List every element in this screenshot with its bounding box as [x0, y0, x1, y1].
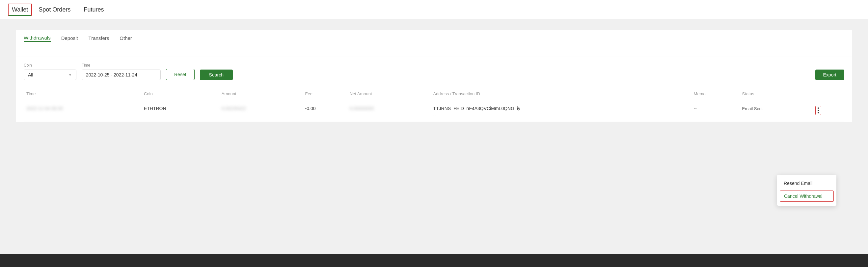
- bottom-bar: [0, 254, 868, 267]
- row-actions: [813, 101, 844, 122]
- dropdown-menu: Resend Email Cancel Withdrawal: [777, 175, 836, 206]
- content-wrapper: Withdrawals Deposit Transfers Other Coin…: [16, 30, 852, 122]
- export-button[interactable]: Export: [815, 69, 844, 80]
- sub-tab-transfers[interactable]: Transfers: [89, 35, 109, 41]
- col-actions: [813, 87, 844, 101]
- dot-icon-2: [817, 110, 819, 111]
- filter-row: Coin All ▼ Time Reset Search Export: [24, 63, 844, 80]
- dot-icon-1: [817, 108, 819, 109]
- filter-section: Coin All ▼ Time Reset Search Export: [16, 56, 852, 87]
- row-status: Email Sent: [740, 101, 813, 122]
- address-sub: --: [433, 112, 688, 117]
- address-main: TTJRNS_FEID_nF4A3QVCiMmL0QNG_iy: [433, 106, 688, 111]
- coin-select[interactable]: All ▼: [24, 69, 76, 80]
- col-coin: Coin: [141, 87, 219, 101]
- resend-email-option[interactable]: Resend Email: [777, 177, 836, 189]
- actions-menu-button[interactable]: [815, 106, 821, 115]
- dot-icon-3: [817, 112, 819, 113]
- sub-tab-withdrawals[interactable]: Withdrawals: [24, 35, 51, 42]
- row-time: 2022-11-04 08:39: [24, 101, 141, 122]
- date-range-input[interactable]: [82, 69, 161, 80]
- row-address: TTJRNS_FEID_nF4A3QVCiMmL0QNG_iy --: [430, 101, 691, 122]
- row-net-amount: 0.00000000: [347, 101, 431, 122]
- search-button[interactable]: Search: [200, 69, 233, 80]
- col-address: Address / Transaction ID: [430, 87, 691, 101]
- col-memo: Memo: [691, 87, 740, 101]
- nav-tab-spot-orders[interactable]: Spot Orders: [38, 1, 77, 19]
- row-amount: 0.00235422: [219, 101, 303, 122]
- main-content: Withdrawals Deposit Transfers Other Coin…: [0, 20, 868, 132]
- top-navigation: Wallet Spot Orders Futures: [0, 0, 868, 20]
- col-fee: Fee: [303, 87, 347, 101]
- chevron-down-icon: ▼: [68, 72, 72, 77]
- col-time: Time: [24, 87, 141, 101]
- reset-button[interactable]: Reset: [166, 69, 195, 80]
- time-label: Time: [82, 63, 161, 67]
- status-badge: Email Sent: [742, 106, 763, 111]
- row-memo: --: [691, 101, 740, 122]
- col-amount: Amount: [219, 87, 303, 101]
- row-coin: ETHTRON: [141, 101, 219, 122]
- sub-tab-deposit[interactable]: Deposit: [61, 35, 78, 41]
- nav-tab-futures[interactable]: Futures: [84, 1, 110, 19]
- net-amount-value: 0.00000000: [350, 106, 374, 111]
- sub-tabs: Withdrawals Deposit Transfers Other: [16, 30, 852, 47]
- time-value: 2022-11-04 08:39: [26, 106, 63, 111]
- coin-label: Coin: [24, 63, 76, 67]
- nav-tab-wallet[interactable]: Wallet: [8, 4, 32, 16]
- coin-select-value: All: [28, 72, 33, 78]
- table-header-row: Time Coin Amount Fee Net Amount Address …: [24, 87, 844, 101]
- coin-filter-group: Coin All ▼: [24, 63, 76, 80]
- col-net-amount: Net Amount: [347, 87, 431, 101]
- memo-value: --: [694, 106, 697, 111]
- row-fee: -0.00: [303, 101, 347, 122]
- amount-value: 0.00235422: [222, 106, 246, 111]
- sub-tab-other[interactable]: Other: [120, 35, 132, 41]
- col-status: Status: [740, 87, 813, 101]
- table-row: 2022-11-04 08:39 ETHTRON 0.00235422 -0.0…: [24, 101, 844, 122]
- transactions-table: Time Coin Amount Fee Net Amount Address …: [24, 87, 844, 122]
- cancel-withdrawal-option[interactable]: Cancel Withdrawal: [780, 190, 834, 202]
- table-container: Time Coin Amount Fee Net Amount Address …: [16, 87, 852, 122]
- time-filter-group: Time: [82, 63, 161, 80]
